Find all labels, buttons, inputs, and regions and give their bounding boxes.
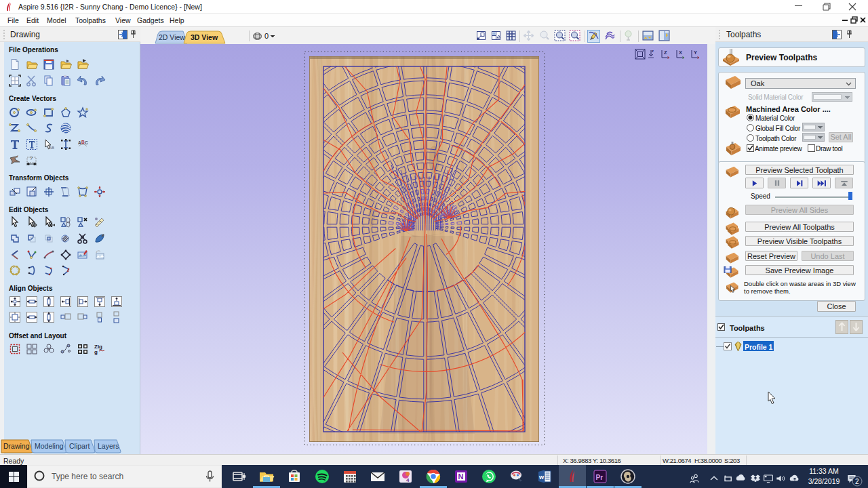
svg-text:Z: Z bbox=[664, 49, 667, 56]
svg-text:w: w bbox=[538, 474, 545, 481]
svg-text:Pr: Pr bbox=[596, 474, 604, 481]
svg-text:g: g bbox=[94, 349, 98, 355]
svg-text:Y: Y bbox=[694, 49, 697, 56]
svg-text:2: 2 bbox=[855, 478, 859, 485]
svg-text:4: 4 bbox=[406, 477, 410, 483]
svg-text:X: X bbox=[679, 49, 682, 56]
svg-text:AB: AB bbox=[49, 146, 54, 150]
svg-text:z: z bbox=[652, 49, 654, 53]
svg-text:C: C bbox=[85, 140, 88, 145]
svg-text:N: N bbox=[458, 472, 464, 481]
svg-text:?: ? bbox=[30, 156, 33, 161]
